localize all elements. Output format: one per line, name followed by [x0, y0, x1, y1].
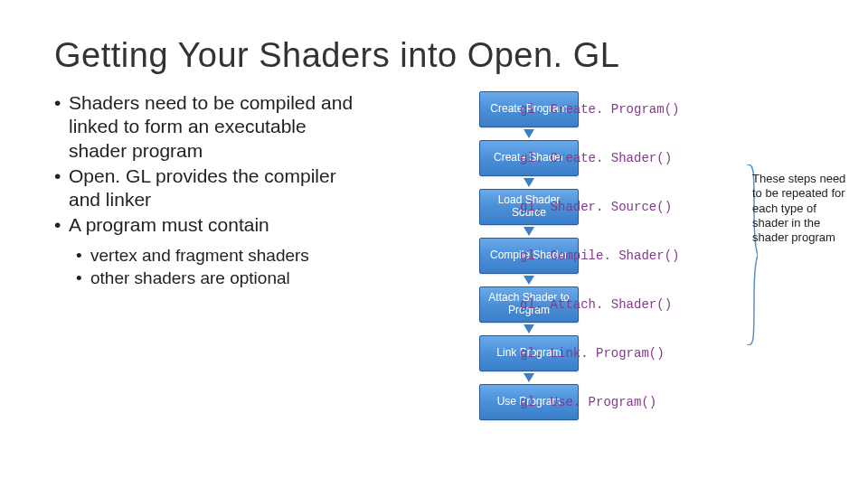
function-label: gl. Create. Program() [520, 91, 679, 127]
left-column: Shaders need to be compiled and linked t… [54, 91, 380, 420]
bullet-item: Open. GL provides the compiler and linke… [54, 164, 362, 212]
function-label: gl. Create. Shader() [520, 140, 679, 176]
flow-column: Create Program Create Shader Load Shader… [380, 91, 678, 420]
sub-bullet-item: vertex and fragment shaders [76, 245, 362, 267]
function-labels: gl. Create. Program() gl. Create. Shader… [520, 91, 679, 433]
side-note: These steps need to be repeated for each… [752, 172, 852, 245]
function-label: gl. Use. Program() [520, 384, 679, 420]
sub-bullet-list: vertex and fragment shaders other shader… [54, 245, 362, 290]
function-label: gl. Link. Program() [520, 335, 679, 371]
function-label: gl. Compile. Shader() [520, 238, 679, 274]
slide-title: Getting Your Shaders into Open. GL [54, 36, 814, 75]
bullet-item: Shaders need to be compiled and linked t… [54, 91, 362, 163]
function-label: gl. Attach. Shader() [520, 286, 679, 323]
bullet-list: Shaders need to be compiled and linked t… [54, 91, 362, 238]
bullet-item: A program must contain [54, 213, 362, 237]
function-label: gl. Shader. Source() [520, 189, 679, 225]
slide: Getting Your Shaders into Open. GL Shade… [0, 0, 868, 488]
slide-body: Shaders need to be compiled and linked t… [54, 91, 814, 420]
sub-bullet-item: other shaders are optional [76, 267, 362, 289]
